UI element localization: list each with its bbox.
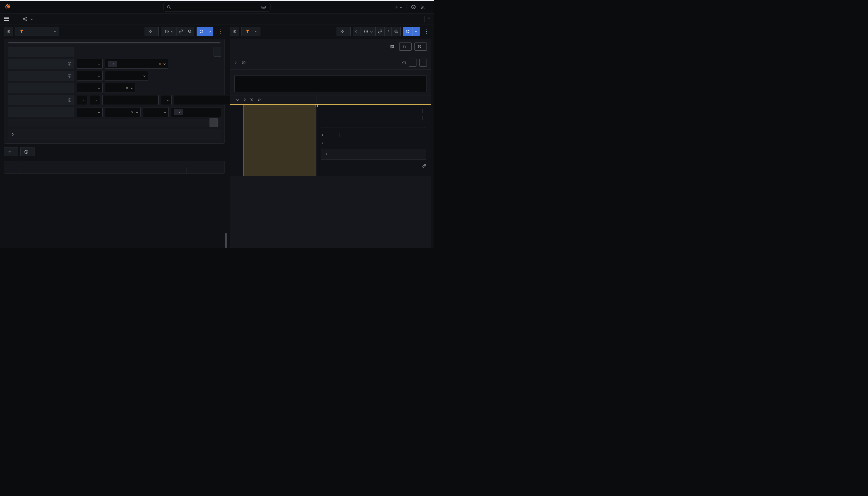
horizontal-scrollbar[interactable]	[8, 42, 220, 43]
time-shift-back-button[interactable]	[353, 27, 360, 36]
tags-scope-select[interactable]	[77, 107, 103, 117]
duration-max-input[interactable]	[174, 95, 230, 105]
traces-table	[4, 168, 224, 173]
pane-actions-button[interactable]: ⋮	[422, 27, 431, 36]
duration-gt-operator-select[interactable]	[90, 95, 100, 105]
refresh-icon	[405, 29, 410, 34]
chevron-right-icon	[321, 134, 323, 136]
add-to-dashboard-button[interactable]	[144, 27, 159, 36]
add-to-dashboard-button[interactable]	[337, 27, 351, 36]
time-shift-forward-button[interactable]	[384, 27, 392, 36]
status-value-select[interactable]: ×	[105, 83, 135, 93]
clear-icon[interactable]: ×	[159, 62, 161, 66]
collapse-panel-chevron-icon[interactable]	[428, 17, 431, 20]
chevron-down-icon	[171, 30, 173, 32]
span-name-value-select[interactable]	[105, 71, 148, 81]
zoom-out-button[interactable]	[185, 27, 194, 36]
plus-icon	[394, 5, 399, 9]
status-operator-select[interactable]	[77, 83, 103, 93]
chevron-right-icon[interactable]	[234, 62, 236, 64]
link-icon[interactable]	[422, 164, 426, 168]
service-name-value-select[interactable]: × ×	[105, 59, 168, 69]
run-query-button[interactable]	[197, 27, 206, 36]
zoom-out-button[interactable]	[391, 27, 401, 36]
duration-min-input[interactable]	[102, 95, 159, 105]
remove-value-icon[interactable]: ×	[179, 110, 181, 114]
table-title	[4, 165, 224, 168]
chevron-down-icon	[163, 62, 166, 65]
copy-link-button[interactable]	[176, 27, 185, 36]
chevron-down-icon	[98, 111, 100, 113]
duration-lt-operator-select[interactable]	[161, 95, 172, 105]
col-trace-id[interactable]	[20, 168, 80, 173]
menu-toggle-button[interactable]	[4, 17, 9, 21]
export-button[interactable]	[415, 43, 427, 50]
tag-value-select[interactable]: ×	[171, 107, 221, 117]
trace-minimap[interactable]	[234, 76, 427, 92]
query-inspector-button[interactable]	[20, 147, 34, 156]
left-pane-scrollbar[interactable]	[225, 233, 227, 248]
time-picker-button[interactable]	[161, 27, 177, 36]
copy-link-button[interactable]	[375, 27, 385, 36]
help-button[interactable]	[411, 4, 416, 10]
tempo-logo-icon	[19, 29, 24, 34]
give-feedback-button[interactable]	[390, 45, 396, 49]
next-span-button[interactable]	[419, 59, 427, 67]
grafana-logo-icon[interactable]	[4, 3, 12, 11]
time-picker-button[interactable]	[360, 27, 376, 36]
options-row[interactable]	[8, 129, 221, 140]
chevron-down-icon[interactable]	[31, 17, 33, 20]
span-name-operator-select[interactable]	[77, 71, 103, 81]
search-input[interactable]	[164, 3, 270, 12]
explore-pane-right: ⋮	[227, 25, 434, 248]
news-button[interactable]	[420, 4, 425, 10]
chevron-down-icon	[370, 30, 372, 32]
datasource-picker[interactable]	[16, 27, 59, 36]
column-resize-handle[interactable]	[315, 104, 318, 107]
chevron-right-icon	[387, 30, 389, 32]
events-accordion[interactable]	[321, 149, 426, 160]
chevron-down-icon	[130, 87, 133, 89]
edit-in-traceql-button[interactable]	[210, 118, 218, 127]
col-service[interactable]	[141, 168, 186, 173]
span-detail-row-indent[interactable]	[230, 105, 316, 176]
run-query-interval-button[interactable]	[206, 27, 213, 36]
span-attributes-row[interactable]	[321, 133, 426, 137]
chevron-right-icon	[321, 142, 323, 144]
query-editor-toggle-button[interactable]	[4, 27, 13, 36]
remove-value-icon[interactable]: ×	[112, 62, 115, 66]
datasource-picker[interactable]	[242, 27, 260, 36]
col-name[interactable]	[186, 168, 224, 173]
resource-attributes-row[interactable]	[321, 142, 426, 144]
chevron-right-icon[interactable]	[243, 98, 245, 101]
double-chevron-right-icon[interactable]	[257, 98, 262, 102]
share-icon[interactable]	[23, 17, 27, 21]
prev-span-button[interactable]	[409, 59, 417, 67]
tag-operator-select[interactable]	[143, 107, 169, 117]
service-name-operator-select[interactable]	[77, 59, 103, 69]
divider	[424, 16, 424, 22]
copy-trace-id-button[interactable]	[399, 43, 412, 50]
duration-scope-select[interactable]	[77, 95, 87, 105]
clock-icon	[364, 29, 368, 34]
trace-view-panel	[230, 39, 431, 248]
run-query-button[interactable]	[403, 27, 412, 36]
double-chevron-down-icon[interactable]	[249, 98, 254, 102]
minimap-axis	[234, 71, 427, 76]
import-trace-button[interactable]	[214, 47, 221, 57]
pane-actions-button[interactable]: ⋮	[216, 27, 225, 36]
run-query-interval-button[interactable]	[412, 27, 420, 36]
trace-timestamp	[230, 50, 431, 56]
chevron-down-icon[interactable]	[236, 98, 239, 100]
chevron-right-icon	[11, 133, 14, 136]
add-query-button[interactable]	[4, 147, 18, 156]
traceql-preview	[8, 119, 221, 126]
new-menu-button[interactable]	[394, 5, 402, 9]
query-editor-toggle-button[interactable]	[230, 27, 239, 36]
col-start-time[interactable]	[80, 168, 141, 173]
rss-icon	[420, 4, 425, 10]
tag-key-select[interactable]: ×	[105, 107, 141, 117]
clear-icon[interactable]: ×	[126, 86, 128, 90]
clear-icon[interactable]: ×	[131, 110, 133, 114]
query-list-icon	[6, 29, 11, 34]
